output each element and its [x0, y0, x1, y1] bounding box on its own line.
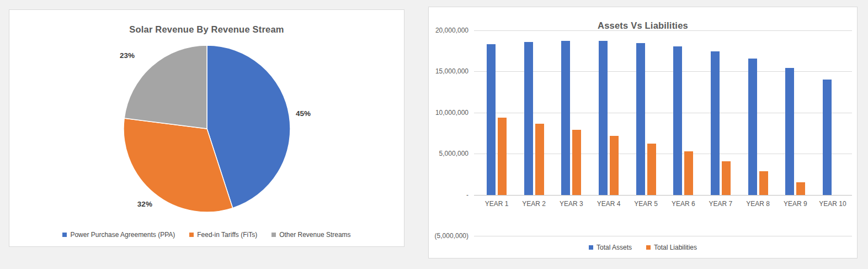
x-axis-tick-label: YEAR 4: [597, 200, 621, 208]
legend-swatch-icon: [189, 233, 194, 237]
bar-total-liabilities-year-2[interactable]: [535, 124, 544, 195]
bar-total-liabilities-year-3[interactable]: [572, 130, 581, 195]
legend-swatch-icon: [62, 233, 67, 237]
gridline: [474, 236, 852, 236]
x-axis-tick-label: YEAR 5: [634, 200, 658, 208]
bar-total-liabilities-year-5[interactable]: [647, 144, 656, 195]
pie-plot-area: 45%32%23%: [9, 10, 404, 246]
bar-total-assets-year-4[interactable]: [599, 41, 608, 194]
x-axis-line: [474, 195, 852, 196]
bar-chart-card[interactable]: Assets Vs Liabilities 20,000,00015,000,0…: [428, 7, 858, 259]
y-axis-tick-label: 5,000,000: [429, 150, 468, 157]
x-axis-tick-label: YEAR 2: [522, 200, 546, 208]
bar-total-assets-year-2[interactable]: [524, 42, 533, 195]
bar-total-assets-year-5[interactable]: [636, 43, 645, 195]
legend-swatch-icon: [589, 245, 593, 250]
bar-total-assets-year-6[interactable]: [673, 46, 682, 195]
x-axis-tick-label: YEAR 9: [784, 200, 807, 208]
legend-swatch-icon: [646, 245, 651, 250]
bar-total-liabilities-year-9[interactable]: [796, 182, 805, 194]
y-axis-tick-label: -: [429, 191, 468, 199]
bar-total-liabilities-year-6[interactable]: [684, 151, 693, 195]
bar-plot-area: 20,000,00015,000,00010,000,0005,000,000-…: [429, 7, 857, 258]
bar-total-liabilities-year-1[interactable]: [498, 118, 507, 194]
pie-data-label-power-purchase-agreements-ppa: 45%: [296, 109, 311, 118]
bar-total-assets-year-1[interactable]: [487, 44, 496, 195]
bar-total-liabilities-year-7[interactable]: [722, 161, 731, 195]
x-axis-tick-label: YEAR 7: [709, 200, 733, 208]
bar-total-assets-year-9[interactable]: [785, 68, 794, 195]
bar-total-assets-year-8[interactable]: [748, 59, 757, 195]
y-axis-tick-label: (5,000,000): [429, 232, 468, 240]
legend-label: Power Purchase Agreements (PPA): [70, 231, 175, 239]
pie-slice-other-revenue-streams[interactable]: [124, 45, 207, 129]
legend-label: Total Assets: [597, 244, 632, 251]
legend-item-power-purchase-agreements-ppa[interactable]: Power Purchase Agreements (PPA): [62, 231, 175, 239]
bar-total-assets-year-10[interactable]: [823, 80, 832, 195]
legend-label: Other Revenue Streams: [279, 231, 350, 239]
legend-swatch-icon: [271, 233, 276, 237]
bar-legend: Total AssetsTotal Liabilities: [429, 244, 857, 251]
x-axis-tick-label: YEAR 3: [560, 200, 583, 208]
y-axis-tick-label: 10,000,000: [429, 109, 468, 117]
gridline: [474, 30, 852, 31]
x-axis-tick-label: YEAR 1: [485, 200, 509, 208]
pie-data-label-other-revenue-streams: 23%: [120, 51, 135, 60]
legend-item-total-assets[interactable]: Total Assets: [589, 244, 632, 251]
legend-item-total-liabilities[interactable]: Total Liabilities: [646, 244, 697, 251]
legend-item-other-revenue-streams[interactable]: Other Revenue Streams: [271, 231, 350, 239]
legend-label: Feed-in Tariffs (FiTs): [197, 231, 257, 239]
pie-legend: Power Purchase Agreements (PPA)Feed-in T…: [9, 231, 404, 239]
legend-item-feed-in-tariffs-fits[interactable]: Feed-in Tariffs (FiTs): [189, 231, 257, 239]
y-axis-tick-label: 20,000,000: [429, 27, 468, 34]
bar-total-liabilities-year-4[interactable]: [610, 136, 619, 194]
x-axis-tick-label: YEAR 10: [819, 200, 846, 208]
x-axis-tick-label: YEAR 6: [672, 200, 695, 208]
y-axis-tick-label: 15,000,000: [429, 67, 468, 75]
pie-chart-card[interactable]: Solar Revenue By Revenue Stream 45%32%23…: [9, 9, 404, 247]
pie-data-label-feed-in-tariffs-fits: 32%: [137, 200, 152, 208]
x-axis-tick-label: YEAR 8: [746, 200, 770, 208]
pie-graphic: [9, 10, 405, 247]
bar-total-assets-year-7[interactable]: [711, 51, 720, 195]
legend-label: Total Liabilities: [654, 244, 697, 251]
bar-total-liabilities-year-8[interactable]: [759, 171, 768, 194]
bar-total-assets-year-3[interactable]: [561, 41, 570, 195]
